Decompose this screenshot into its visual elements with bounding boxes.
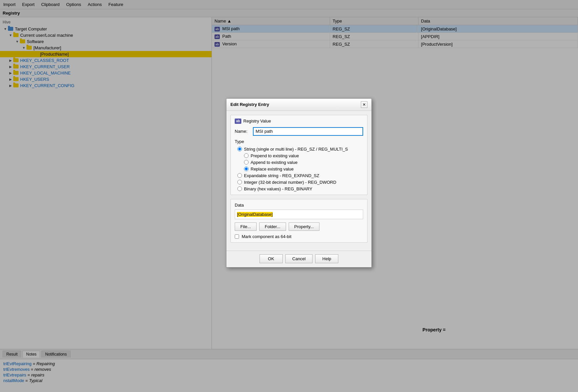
name-row: Name: xyxy=(235,127,363,136)
section-header: ab Registry Value xyxy=(235,119,363,124)
type-label: Type xyxy=(235,139,363,144)
radio-input-4[interactable] xyxy=(237,173,242,178)
cancel-button[interactable]: Cancel xyxy=(285,254,313,263)
property-button[interactable]: Property... xyxy=(289,222,319,231)
data-textarea-wrapper: [OriginalDatabase] xyxy=(235,210,363,219)
radio-item-3[interactable]: Replace existing value xyxy=(237,167,361,172)
help-button[interactable]: Help xyxy=(315,254,338,263)
radio-label-1: Prepend to existing value xyxy=(251,153,299,158)
name-input[interactable] xyxy=(253,127,363,136)
radio-input-3[interactable] xyxy=(244,167,249,171)
edit-registry-dialog: Edit Registry Entry ✕ ab Registry Value … xyxy=(226,98,372,268)
folder-button[interactable]: Folder... xyxy=(259,222,286,231)
mark-64bit-checkbox[interactable] xyxy=(235,234,239,239)
radio-group: String (single or multi line) - REG_SZ /… xyxy=(235,147,363,191)
file-button[interactable]: File... xyxy=(235,222,257,231)
data-highlight: [OriginalDatabase] xyxy=(237,212,273,217)
button-row: File... Folder... Property... xyxy=(235,222,363,231)
checkbox-row: Mark component as 64-bit xyxy=(235,234,363,239)
mark-64bit-label: Mark component as 64-bit xyxy=(242,234,291,239)
radio-item-0[interactable]: String (single or multi line) - REG_SZ /… xyxy=(237,147,361,152)
dialog-titlebar: Edit Registry Entry ✕ xyxy=(226,99,371,111)
dialog-close-button[interactable]: ✕ xyxy=(361,101,367,108)
ok-button[interactable]: OK xyxy=(260,254,283,263)
modal-overlay: Edit Registry Entry ✕ ab Registry Value … xyxy=(0,0,578,392)
radio-label-3: Replace existing value xyxy=(251,167,294,172)
radio-label-5: Integer (32-bit decimal number) - REG_DW… xyxy=(244,180,336,185)
radio-label-4: Expandable string - REG_EXPAND_SZ xyxy=(244,173,319,178)
radio-item-6[interactable]: Binary (hex values) - REG_BINARY xyxy=(237,186,361,191)
radio-input-1[interactable] xyxy=(244,153,249,158)
radio-item-4[interactable]: Expandable string - REG_EXPAND_SZ xyxy=(237,173,361,178)
data-label: Data xyxy=(235,203,363,208)
dialog-title: Edit Registry Entry xyxy=(230,102,269,107)
radio-item-5[interactable]: Integer (32-bit decimal number) - REG_DW… xyxy=(237,180,361,185)
radio-input-5[interactable] xyxy=(237,180,242,184)
radio-label-2: Append to existing value xyxy=(251,160,298,165)
radio-input-0[interactable] xyxy=(237,147,242,151)
radio-label-0: String (single or multi line) - REG_SZ /… xyxy=(244,147,348,152)
section-label: Registry Value xyxy=(243,119,271,123)
radio-item-1[interactable]: Prepend to existing value xyxy=(237,153,361,158)
dialog-footer: OK Cancel Help xyxy=(226,251,371,267)
dialog-body: ab Registry Value Name: Type String (sin… xyxy=(226,111,371,251)
reg-value-icon: ab xyxy=(235,119,241,124)
name-label: Name: xyxy=(235,129,253,134)
radio-input-6[interactable] xyxy=(237,186,242,191)
radio-input-2[interactable] xyxy=(244,160,249,165)
radio-item-2[interactable]: Append to existing value xyxy=(237,160,361,165)
registry-value-section: ab Registry Value Name: Type String (sin… xyxy=(230,115,367,195)
data-content[interactable]: [OriginalDatabase] xyxy=(236,211,361,218)
radio-label-6: Binary (hex values) - REG_BINARY xyxy=(244,186,312,191)
data-section: Data [OriginalDatabase] File... Folder..… xyxy=(230,199,367,243)
